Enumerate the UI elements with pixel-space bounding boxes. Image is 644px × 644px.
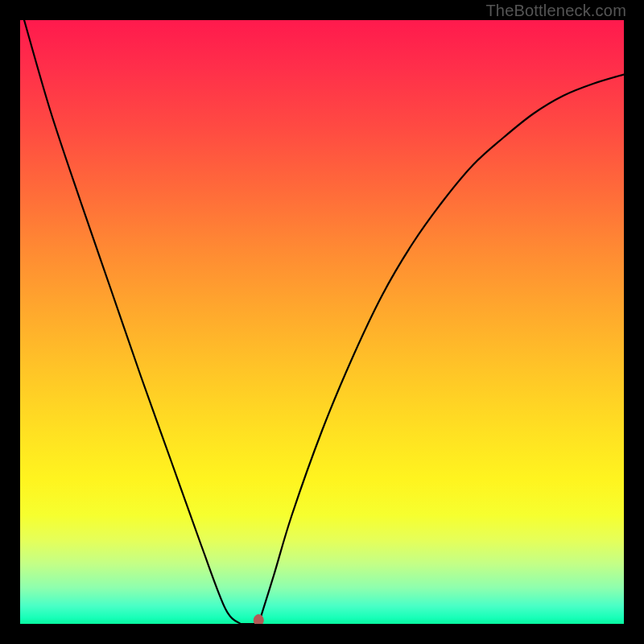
chart-container: TheBottleneck.com: [0, 0, 644, 644]
minimum-marker: [254, 615, 263, 625]
curve-svg: [20, 20, 624, 624]
bottleneck-curve: [24, 20, 624, 624]
watermark-text: TheBottleneck.com: [485, 2, 626, 20]
plot-area: [20, 20, 624, 624]
